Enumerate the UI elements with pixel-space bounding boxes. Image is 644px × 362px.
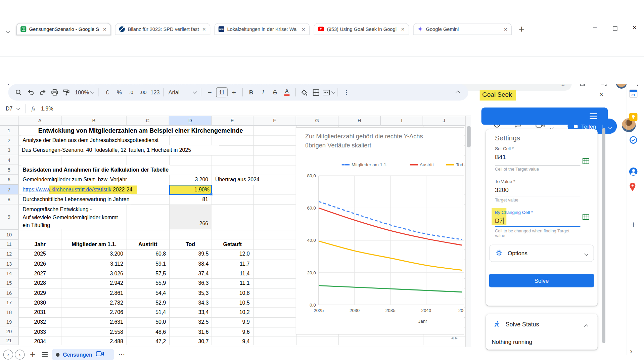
tab-close-icon[interactable]: × xyxy=(302,26,306,32)
table-cell[interactable]: 2.706 xyxy=(61,307,126,317)
decrease-font-size-button[interactable]: − xyxy=(204,87,215,98)
row-header-1[interactable]: 1 xyxy=(0,126,18,135)
tab-list-chevron-icon[interactable] xyxy=(7,27,10,35)
cell-a1[interactable]: Entwicklung von Mitgliederzahlen am Beis… xyxy=(37,126,244,135)
panel-close-icon[interactable]: × xyxy=(599,90,604,99)
fill-color-icon[interactable] xyxy=(298,87,310,98)
table-cell[interactable]: 9,9 xyxy=(212,317,251,327)
select-range-icon[interactable] xyxy=(583,214,590,222)
sheet-camera-icon[interactable] xyxy=(95,351,103,358)
cell-a5[interactable]: Basisdaten und Annahmen für die Kalkulat… xyxy=(21,165,170,175)
row-header-7[interactable]: 7 xyxy=(0,185,18,194)
row-header-19[interactable]: 19 xyxy=(0,317,18,327)
table-cell[interactable]: 2028 xyxy=(18,278,61,288)
font-size-input[interactable]: 11 xyxy=(216,87,227,97)
table-cell[interactable]: 10,8 xyxy=(212,288,251,298)
browser-tab-1[interactable]: GensungenSzenario - Google S× xyxy=(16,23,111,35)
table-header-1[interactable]: Jahr xyxy=(18,240,61,249)
table-cell[interactable]: 3.026 xyxy=(61,269,126,278)
table-cell[interactable]: 11,7 xyxy=(212,259,251,268)
table-cell[interactable]: 35,3 xyxy=(169,288,210,298)
grid-vertical-scrollbar[interactable] xyxy=(465,116,471,347)
column-header-f[interactable]: F xyxy=(254,116,296,126)
all-sheets-icon[interactable] xyxy=(42,352,48,353)
cell-a3[interactable]: Das Gensungen-Szenario: 40 Todesfälle, 1… xyxy=(20,145,219,155)
table-cell[interactable]: 2026 xyxy=(18,259,61,268)
name-box[interactable]: D7 xyxy=(0,105,17,111)
tab-close-icon[interactable]: × xyxy=(401,26,405,32)
options-expander[interactable]: Options xyxy=(489,244,594,262)
row-header-18[interactable]: 18 xyxy=(0,307,18,317)
percent-format-button[interactable]: % xyxy=(114,87,125,98)
column-header-a[interactable]: A xyxy=(18,116,61,126)
tab-close-icon[interactable]: × xyxy=(202,26,206,32)
strikethrough-button[interactable]: S xyxy=(269,87,280,98)
column-header-i[interactable]: I xyxy=(381,116,423,126)
row-header-16[interactable]: 16 xyxy=(0,288,18,298)
table-cell[interactable]: 2034 xyxy=(18,336,61,345)
table-cell[interactable]: 2029 xyxy=(18,288,61,298)
column-header-d[interactable]: D xyxy=(169,116,212,126)
table-cell[interactable]: 57,5 xyxy=(127,269,168,278)
table-cell[interactable]: 10,5 xyxy=(212,298,251,307)
row-header-21[interactable]: 21 xyxy=(0,336,18,345)
table-cell[interactable]: 2.942 xyxy=(61,278,126,288)
row-header-11[interactable]: 11 xyxy=(0,240,18,249)
cell-a9[interactable]: Demografische Entwicklung - Auf wieviele… xyxy=(21,205,119,229)
by-changing-cell-input[interactable]: D7 xyxy=(495,217,504,224)
column-header-c[interactable]: C xyxy=(127,116,169,126)
table-cell[interactable]: 2.782 xyxy=(61,298,126,307)
window-close-button[interactable]: × xyxy=(633,24,637,32)
keep-icon[interactable] xyxy=(629,113,637,121)
kirchenaustritt-link[interactable]: https://www.kirchenaustritt.de/statistik xyxy=(22,186,111,192)
table-cell[interactable]: 11,1 xyxy=(212,278,251,288)
table-cell[interactable]: 11,4 xyxy=(212,269,251,278)
merge-cells-icon[interactable] xyxy=(322,87,335,98)
paint-format-icon[interactable] xyxy=(61,87,72,98)
column-header-j[interactable]: J xyxy=(423,116,465,126)
table-cell[interactable]: 31,6 xyxy=(169,327,210,336)
italic-button[interactable]: I xyxy=(258,87,269,98)
select-range-icon[interactable] xyxy=(583,158,590,166)
chevron-up-icon[interactable] xyxy=(585,322,588,329)
table-cell[interactable]: 37,4 xyxy=(169,269,210,278)
table-cell[interactable]: 47,2 xyxy=(127,336,168,345)
table-header-4[interactable]: Tod xyxy=(169,240,212,249)
row-header-2[interactable]: 2 xyxy=(0,135,18,145)
zoom-select[interactable]: 100% xyxy=(73,87,96,98)
solve-button[interactable]: Solve xyxy=(489,274,594,287)
table-cell[interactable]: 55,9 xyxy=(127,278,168,288)
hamburger-menu-icon[interactable] xyxy=(590,113,597,114)
row-header-13[interactable]: 13 xyxy=(0,259,18,269)
tasks-icon[interactable] xyxy=(629,136,637,144)
table-cell[interactable]: 36,3 xyxy=(169,278,210,288)
formula-input[interactable]: 1,9% xyxy=(41,105,53,111)
increase-font-size-button[interactable]: + xyxy=(228,87,239,98)
table-cell[interactable]: 34,3 xyxy=(169,298,210,307)
browser-tab-5[interactable]: Google Gemini× xyxy=(413,23,512,35)
new-tab-button[interactable]: + xyxy=(518,24,525,33)
currency-format-button[interactable]: € xyxy=(102,87,113,98)
column-header-h[interactable]: H xyxy=(338,116,381,126)
window-minimize-button[interactable]: – xyxy=(593,24,597,31)
scroll-tabs-left-icon[interactable]: ‹ xyxy=(3,350,13,359)
contacts-icon[interactable] xyxy=(629,168,637,176)
table-cell[interactable]: 3.112 xyxy=(61,259,126,268)
side-panel-collapse-icon[interactable]: › xyxy=(630,347,632,355)
table-cell[interactable]: 51,4 xyxy=(127,307,168,317)
row-header-14[interactable]: 14 xyxy=(0,269,18,278)
cell-d9[interactable]: 266 xyxy=(171,219,210,228)
undo-icon[interactable] xyxy=(25,87,36,98)
name-box-dropdown-icon[interactable] xyxy=(16,106,20,110)
decrease-decimals-button[interactable]: .0 xyxy=(126,87,137,98)
row-header-8[interactable]: 8 xyxy=(0,194,18,204)
column-header-e[interactable]: E xyxy=(212,116,254,126)
column-header-g[interactable]: G xyxy=(296,116,338,126)
table-header-3[interactable]: Austritt xyxy=(127,240,169,249)
share-dropdown-icon[interactable] xyxy=(608,123,611,130)
calendar-icon[interactable] xyxy=(629,89,637,97)
more-formats-button[interactable]: 123 xyxy=(149,87,160,98)
table-cell[interactable]: 52,9 xyxy=(127,298,168,307)
maps-icon[interactable] xyxy=(629,183,637,191)
more-toolbar-icon[interactable]: ⋮ xyxy=(341,87,352,98)
